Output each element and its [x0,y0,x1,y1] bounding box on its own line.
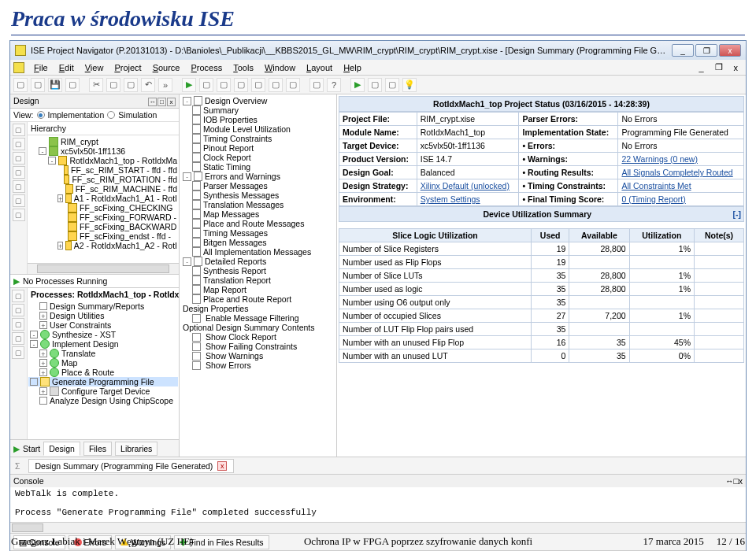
process-item[interactable]: -Implement Design [28,339,178,349]
pt3-icon[interactable]: ▢ [12,318,24,331]
tree-item[interactable]: Synthesis Report [181,266,335,276]
hier-item[interactable]: FF_scFixing_BACKWARD [29,222,179,231]
hier-item[interactable]: FF_scFixing_endst - ffd - [29,231,179,241]
process-item[interactable]: Generate Programming File [28,377,178,386]
menu-layout[interactable]: Layout [302,61,337,74]
reports-tree-panel[interactable]: -Design OverviewSummaryIOB PropertiesMod… [180,94,337,457]
process-item[interactable]: +Place & Route [28,368,178,377]
tree-item[interactable]: Enable Message Filtering [181,313,335,323]
minimize-button[interactable]: _ [672,44,694,57]
tab-start[interactable]: Start [23,444,40,453]
console-close-icon[interactable]: x [739,476,743,486]
tb5-icon[interactable]: ▢ [269,78,283,92]
menu-help[interactable]: Help [339,61,366,74]
doc-tab-close-icon[interactable]: x [217,461,227,471]
hier-item[interactable]: -RotIdxMach1_top - RotIdxMa [29,156,179,165]
tab-design[interactable]: Design [43,442,80,456]
tb2-icon[interactable]: ▢ [217,78,231,92]
redo-icon[interactable]: » [158,78,172,92]
tree-item[interactable]: -Detailed Reports [181,257,335,266]
lt6-icon[interactable]: ▢ [13,194,25,207]
saveall-icon[interactable]: ▢ [65,78,80,92]
tb6-icon[interactable]: ▢ [286,78,300,92]
pt5-icon[interactable]: ▢ [12,346,24,359]
tree-item[interactable]: Summary [181,105,335,115]
cut-icon[interactable]: ✂ [89,78,103,92]
radio-implementation[interactable] [37,111,45,119]
close-button[interactable]: x [719,44,741,57]
lt1-icon[interactable]: ▢ [13,124,25,136]
hier-item[interactable]: +A2 - RotIdxMach1_A2 - RotI [29,241,179,250]
tree-item[interactable]: -Errors and Warnings [181,172,335,181]
lt4-icon[interactable]: ▢ [13,166,25,179]
new-icon[interactable]: ▢ [13,78,28,92]
tab-files[interactable]: Files [83,442,112,456]
hier-item[interactable]: +A1 - RotIdxMach1_A1 - RotI [29,194,179,203]
tree-item[interactable]: Clock Report [181,153,335,162]
util-collapse[interactable]: [-] [733,209,742,219]
lt7-icon[interactable]: ▢ [13,209,25,221]
tb3-icon[interactable]: ▢ [234,78,248,92]
console-pin-icon[interactable]: ↔ [725,476,734,486]
menu-source[interactable]: Source [148,61,185,74]
process-item[interactable]: Analyze Design Using ChipScope [28,396,178,405]
tree-item[interactable]: -Design Overview [181,96,335,105]
hscroll[interactable] [28,263,179,274]
run-icon[interactable]: ▶ [182,78,196,92]
pt4-icon[interactable]: ▢ [12,332,24,345]
help-icon[interactable]: ? [327,78,341,92]
tree-item[interactable]: Pinout Report [181,143,335,153]
menu-view[interactable]: View [80,61,109,74]
paste-icon[interactable]: ▢ [124,78,138,92]
tb9-icon[interactable]: ▢ [385,78,399,92]
tb8-icon[interactable]: ▢ [368,78,382,92]
tree-item[interactable]: Place and Route Report [181,294,335,304]
undo-icon[interactable]: ↶ [141,78,155,92]
tree-item[interactable]: Show Clock Report [181,332,335,342]
hier-item[interactable]: FF_scFixing_FORWARD - [29,213,179,222]
pt1-icon[interactable]: ▢ [12,290,24,302]
copy-icon[interactable]: ▢ [106,78,120,92]
hier-item[interactable]: FF_scFixing_CHECKING [29,203,179,213]
tree-item[interactable]: Show Failing Constraints [181,342,335,351]
inner-close[interactable]: x [729,61,743,74]
tree-item[interactable]: Timing Constraints [181,134,335,143]
tree-item[interactable]: Map Messages [181,209,335,219]
lt5-icon[interactable]: ▢ [13,180,25,193]
tab-libraries[interactable]: Libraries [115,442,158,456]
open-icon[interactable]: ▢ [31,78,45,92]
lt2-icon[interactable]: ▢ [13,138,25,150]
tb4-icon[interactable]: ▢ [251,78,265,92]
menu-process[interactable]: Process [187,61,228,74]
menu-window[interactable]: Window [260,61,300,74]
hier-item[interactable]: RIM_crypt [29,137,179,146]
tb7-icon[interactable]: ▢ [309,78,324,92]
maximize-button[interactable]: ❐ [695,44,717,57]
panel-pin-icon[interactable]: ↔ [148,98,157,106]
inner-restore[interactable]: ❐ [710,61,728,74]
console-scroll[interactable] [10,522,746,533]
hier-item[interactable]: -xc5vlx50t-1ff1136 [29,146,179,156]
console-body[interactable]: WebTalk is complete. Process "Generate P… [10,487,746,522]
tree-item[interactable]: Show Warnings [181,351,335,361]
tree-item[interactable]: Map Report [181,285,335,294]
summary-panel[interactable]: RotIdxMach1_top Project Status (03/16/20… [337,94,746,457]
process-item[interactable]: +User Constraints [28,320,178,330]
hier-item[interactable]: FF_sc_RIM_START - ffd - ffd [29,165,179,175]
processes-tree[interactable]: Design Summary/Reports+Design Utilities+… [28,301,179,440]
tree-item[interactable]: Synthesis Messages [181,190,335,200]
tree-item[interactable]: Timing Messages [181,228,335,238]
process-item[interactable]: Design Summary/Reports [28,301,178,311]
tree-item[interactable]: Place and Route Messages [181,219,335,228]
tree-item[interactable]: All Implementation Messages [181,247,335,257]
tree-item[interactable]: Static Timing [181,162,335,172]
hier-item[interactable]: FF_sc_RIM_MACHINE - ffd [29,184,179,194]
panel-close-icon[interactable]: x [167,98,176,106]
lt3-icon[interactable]: ▢ [13,152,25,165]
process-item[interactable]: +Map [28,358,178,368]
tb-icon[interactable]: ▢ [199,78,213,92]
save-icon[interactable]: 💾 [48,78,62,92]
bulb-icon[interactable]: 💡 [402,78,417,92]
tree-item[interactable]: Module Level Utilization [181,124,335,134]
tree-item[interactable]: IOB Properties [181,115,335,124]
